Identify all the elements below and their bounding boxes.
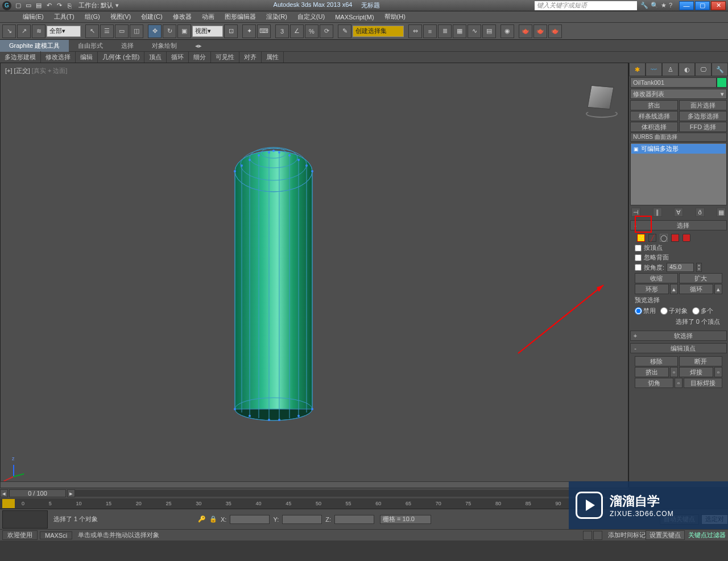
mirror-icon[interactable]: ⇔ (408, 24, 422, 38)
menu-rendering[interactable]: 渲染(R) (266, 13, 287, 21)
btn-chamfer[interactable]: 切角 (635, 378, 673, 388)
object-color-swatch[interactable] (717, 77, 727, 88)
percent-snap-icon[interactable]: % (305, 24, 318, 38)
btn-ffdsel[interactable]: FFD 选择 (679, 122, 727, 132)
selection-filter[interactable]: 全部 ▾ (47, 26, 81, 37)
weld-settings[interactable]: ▫ (714, 367, 722, 377)
menu-customize[interactable]: 自定义(U) (297, 13, 325, 21)
close-button[interactable]: ✕ (711, 1, 726, 10)
mini-listener[interactable] (2, 510, 48, 529)
maxscript-label[interactable]: MAXSci (40, 531, 72, 539)
extrude-settings[interactable]: ▫ (670, 367, 678, 377)
btn-facesel[interactable]: 面片选择 (679, 100, 727, 110)
menu-view[interactable]: 视图(V) (110, 13, 131, 21)
help-icon[interactable]: ? (669, 2, 672, 9)
time-slider[interactable]: ◂ 0 / 100 ▸ (0, 488, 628, 498)
keyboard-shortcut-icon[interactable]: ⌨ (257, 24, 271, 38)
maximize-button[interactable]: ▢ (695, 1, 710, 10)
search-box[interactable]: 键入关键字或短语 (535, 1, 637, 10)
ribbon-tab-freeform[interactable]: 自由形式 (69, 40, 112, 52)
ribbon-expand-icon[interactable]: ◂▸ (186, 40, 211, 51)
select-rect-icon[interactable]: ▭ (115, 24, 129, 38)
menu-grapheditors[interactable]: 图形编辑器 (225, 13, 256, 21)
align-icon[interactable]: ≡ (423, 24, 437, 38)
viewcube[interactable] (589, 86, 617, 113)
link-tool-icon[interactable]: ↘ (2, 24, 16, 38)
btn-extrude[interactable]: 挤出 (635, 367, 669, 377)
pivot-center-icon[interactable]: ⊡ (224, 24, 238, 38)
rb-align[interactable]: 对齐 (239, 51, 262, 63)
object-name-field[interactable] (630, 77, 717, 88)
utilities-tab-icon[interactable]: 🔧 (712, 63, 728, 76)
rb-vertex[interactable]: 顶点 (144, 51, 167, 63)
ribbon-tab-objpaint[interactable]: 对象绘制 (143, 40, 186, 52)
menu-create[interactable]: 创建(C) (141, 13, 162, 21)
modifier-list-dropdown[interactable]: 修改器列表▾ (630, 89, 727, 99)
qat-undo-icon[interactable]: ↶ (44, 2, 53, 10)
schematic-icon[interactable]: ▤ (482, 24, 496, 38)
create-tab-icon[interactable]: ✱ (629, 63, 646, 76)
timeslider-prev-icon[interactable]: ◂ (0, 489, 8, 497)
rb-props[interactable]: 属性 (262, 51, 284, 63)
rb-loop[interactable]: 循环 (167, 51, 189, 63)
menu-animation[interactable]: 动画 (202, 13, 214, 21)
trackbar-menu-icon[interactable] (2, 499, 15, 508)
show-end-icon[interactable]: ∥ (653, 208, 662, 217)
snap-3d-icon[interactable]: 3 (275, 24, 289, 38)
btn-weld[interactable]: 焊接 (679, 367, 713, 377)
rb-visib[interactable]: 可见性 (211, 51, 239, 63)
modify-tab-icon[interactable]: 〰 (646, 63, 662, 76)
add-time-tag[interactable]: 添加时间标记 (608, 531, 646, 539)
menu-modifiers[interactable]: 修改器 (173, 13, 192, 21)
nurbs-surf-sel[interactable]: NURBS 曲面选择 (630, 133, 727, 142)
rollout-editvert[interactable]: -编辑顶点 (630, 343, 727, 353)
qat-save-icon[interactable]: ▤ (34, 2, 43, 10)
qat-link-icon[interactable]: ⎘ (65, 2, 74, 10)
edit-named-sel-icon[interactable]: ✎ (338, 24, 351, 38)
bind-spacewarp-icon[interactable]: ≋ (32, 24, 46, 38)
subobj-edge-icon[interactable]: ╱ (648, 234, 656, 242)
btn-polysel[interactable]: 多边形选择 (679, 111, 727, 121)
unlink-tool-icon[interactable]: ↗ (17, 24, 31, 38)
btn-targetweld[interactable]: 目标焊接 (684, 378, 722, 388)
subobj-border-icon[interactable]: ◯ (660, 234, 668, 242)
radio-off[interactable] (635, 307, 642, 315)
setkey-button[interactable]: 设置关键点 (646, 530, 685, 540)
subobj-vertex-icon[interactable]: ∴ (637, 234, 645, 242)
coord-x-field[interactable] (230, 515, 270, 524)
viewport-label[interactable]: [+] [正交] [真实 + 边面] (5, 67, 67, 75)
workspace-label[interactable]: 工作台: 默认 (78, 1, 113, 10)
coord-z-field[interactable] (334, 515, 374, 524)
btn-extrude-preset[interactable]: 挤出 (630, 100, 678, 110)
btn-splinesel[interactable]: 样条线选择 (630, 111, 678, 121)
rb-geom[interactable]: 几何体 (全部) (98, 51, 144, 63)
curve-editor-icon[interactable]: ∿ (468, 24, 481, 38)
chk-ignoreback[interactable] (635, 254, 642, 261)
ribbon-tab-graphite[interactable]: Graphite 建模工具 (0, 40, 69, 52)
subobj-polygon-icon[interactable] (671, 234, 679, 242)
key-icon[interactable]: 🔑 (198, 515, 206, 523)
menu-help[interactable]: 帮助(H) (384, 13, 406, 21)
angle-value[interactable]: 45.0 (667, 263, 694, 272)
minimize-button[interactable]: ― (679, 1, 694, 10)
unique-icon[interactable]: ∀ (674, 208, 683, 217)
viewport[interactable]: [+] [正交] [真实 + 边面] z (0, 63, 628, 487)
timeslider-next-icon[interactable]: ▸ (67, 489, 75, 497)
binoculars-icon[interactable]: 🔍 (651, 2, 659, 9)
btn-ring[interactable]: 环形 (635, 284, 669, 294)
rb-subdiv[interactable]: 细分 (189, 51, 211, 63)
viewport-scrollbar-h[interactable] (0, 481, 628, 488)
loop-spinner[interactable]: ▴ (714, 284, 722, 294)
app-icon[interactable]: G (2, 1, 11, 10)
ring-spinner[interactable]: ▴ (670, 284, 678, 294)
rb-polymodel[interactable]: 多边形建模 (0, 51, 41, 63)
rotate-tool-icon[interactable]: ↻ (163, 24, 176, 38)
material-editor-icon[interactable]: ◉ (500, 24, 514, 38)
menu-tools[interactable]: 工具(T) (54, 13, 75, 21)
display-tab-icon[interactable]: 🖵 (695, 63, 712, 76)
menu-maxscript[interactable]: MAXScript(M) (335, 14, 374, 20)
named-selection-set[interactable]: 创建选择集 (353, 26, 404, 37)
layers-icon[interactable]: ≣ (438, 24, 452, 38)
qat-new-icon[interactable]: ▢ (14, 2, 23, 10)
radio-subobj[interactable] (660, 307, 668, 315)
